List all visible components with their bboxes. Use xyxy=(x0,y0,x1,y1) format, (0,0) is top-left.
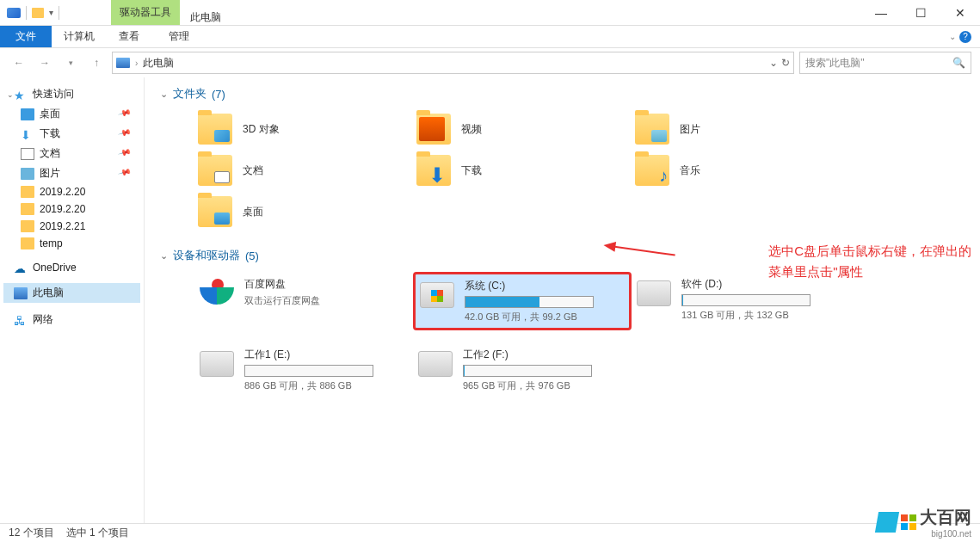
drive-f[interactable]: 工作2 (F:) 965 GB 可用，共 976 GB xyxy=(413,342,632,397)
address-bar: ← → ▾ ↑ › 此电脑 ⌄ ↻ 搜索"此电脑" 🔍 xyxy=(0,48,980,77)
folders-section-header[interactable]: ⌄ 文件夹 (7) xyxy=(160,86,965,102)
drive-usage-bar xyxy=(465,296,594,308)
drive-baidu[interactable]: 百度网盘 双击运行百度网盘 xyxy=(194,272,413,330)
folder-documents[interactable]: 文档 xyxy=(194,151,413,189)
title-bar: ▾ 驱动器工具 此电脑 — ☐ ✕ xyxy=(0,0,980,26)
refresh-icon[interactable]: ↻ xyxy=(781,57,790,69)
maximize-button[interactable]: ☐ xyxy=(901,0,940,26)
help-icon[interactable]: ? xyxy=(959,31,971,43)
drive-usage-bar xyxy=(463,365,592,377)
drive-usage-bar xyxy=(244,365,373,377)
breadcrumb-dropdown-icon[interactable]: ⌄ xyxy=(769,57,778,69)
content-area: ⌄ 文件夹 (7) 3D 对象 视频 图片 文档 ⬇下载 ♪音乐 桌面 ⌄ 设备… xyxy=(145,77,980,523)
close-button[interactable]: ✕ xyxy=(940,0,980,26)
sidebar-network[interactable]: 🖧网络 xyxy=(3,310,140,330)
drive-c[interactable]: 系统 (C:) 42.0 GB 可用，共 99.2 GB xyxy=(413,272,632,330)
folder-videos[interactable]: 视频 xyxy=(413,110,632,148)
context-tab-drivetools[interactable]: 驱动器工具 xyxy=(111,0,180,25)
expand-ribbon-icon[interactable]: ⌄ xyxy=(949,32,956,41)
view-tab[interactable]: 查看 xyxy=(107,26,151,47)
baidu-icon xyxy=(200,277,234,308)
drive-icon xyxy=(420,282,454,308)
up-button[interactable]: ↑ xyxy=(86,52,107,73)
sidebar-onedrive[interactable]: ☁OneDrive xyxy=(3,259,140,276)
manage-tab[interactable]: 管理 xyxy=(157,26,201,47)
breadcrumb-sep-icon: › xyxy=(135,59,138,68)
computer-tab[interactable]: 计算机 xyxy=(52,26,107,47)
drive-icon xyxy=(637,280,671,306)
forward-button[interactable]: → xyxy=(34,52,55,73)
back-button[interactable]: ← xyxy=(9,52,29,73)
sidebar-desktop[interactable]: 桌面📌 xyxy=(3,104,140,124)
status-items: 12 个项目 xyxy=(9,526,54,540)
sidebar-folder-2[interactable]: 2019.2.20 xyxy=(3,200,140,218)
sidebar-documents[interactable]: 文档📌 xyxy=(3,144,140,163)
search-input[interactable]: 搜索"此电脑" 🔍 xyxy=(799,52,971,74)
sidebar-pictures[interactable]: 图片📌 xyxy=(3,163,140,183)
folder-music[interactable]: ♪音乐 xyxy=(632,151,850,189)
sidebar-thispc[interactable]: 此电脑 xyxy=(3,283,140,303)
folder-3d-objects[interactable]: 3D 对象 xyxy=(194,110,413,148)
drive-icon xyxy=(418,351,453,377)
qat-dropdown-icon[interactable]: ▾ xyxy=(49,8,53,17)
status-selected: 选中 1 个项目 xyxy=(66,526,129,540)
address-field[interactable]: › 此电脑 ⌄ ↻ xyxy=(112,52,794,74)
folder-desktop[interactable]: 桌面 xyxy=(194,193,413,231)
watermark: 大百网 big100.net xyxy=(877,506,971,539)
breadcrumb-thispc[interactable]: 此电脑 xyxy=(143,56,174,71)
sidebar-quick-access[interactable]: ⌄★快速访问 xyxy=(3,84,140,104)
app-icon xyxy=(7,8,21,18)
ribbon: 文件 计算机 查看 管理 ⌄ ? xyxy=(0,26,980,48)
status-bar: 12 个项目 选中 1 个项目 xyxy=(0,523,980,542)
navigation-pane: ⌄★快速访问 桌面📌 ⬇下载📌 文档📌 图片📌 2019.2.20 2019.2… xyxy=(0,77,145,523)
drive-d[interactable]: 软件 (D:) 131 GB 可用，共 132 GB xyxy=(632,272,850,330)
file-tab[interactable]: 文件 xyxy=(0,26,52,47)
recent-dropdown-icon[interactable]: ▾ xyxy=(60,52,81,73)
window-title: 此电脑 xyxy=(180,10,221,25)
drive-e[interactable]: 工作1 (E:) 886 GB 可用，共 886 GB xyxy=(194,342,413,397)
minimize-button[interactable]: — xyxy=(861,0,901,26)
search-placeholder: 搜索"此电脑" xyxy=(805,56,865,71)
folder-pictures[interactable]: 图片 xyxy=(632,110,850,148)
search-icon[interactable]: 🔍 xyxy=(952,57,965,69)
drive-usage-bar xyxy=(681,294,811,306)
sidebar-folder-3[interactable]: 2019.2.21 xyxy=(3,218,140,235)
collapse-icon[interactable]: ⌄ xyxy=(160,89,168,100)
qat-folder-icon[interactable] xyxy=(32,8,44,18)
sidebar-folder-temp[interactable]: temp xyxy=(3,235,140,252)
pc-icon xyxy=(116,58,130,68)
drive-icon xyxy=(200,351,234,377)
collapse-icon[interactable]: ⌄ xyxy=(160,250,168,262)
sidebar-folder-1[interactable]: 2019.2.20 xyxy=(3,183,140,200)
folder-downloads[interactable]: ⬇下载 xyxy=(413,151,632,189)
sidebar-downloads[interactable]: ⬇下载📌 xyxy=(3,124,140,144)
devices-section-header[interactable]: ⌄ 设备和驱动器 (5) xyxy=(160,248,965,263)
